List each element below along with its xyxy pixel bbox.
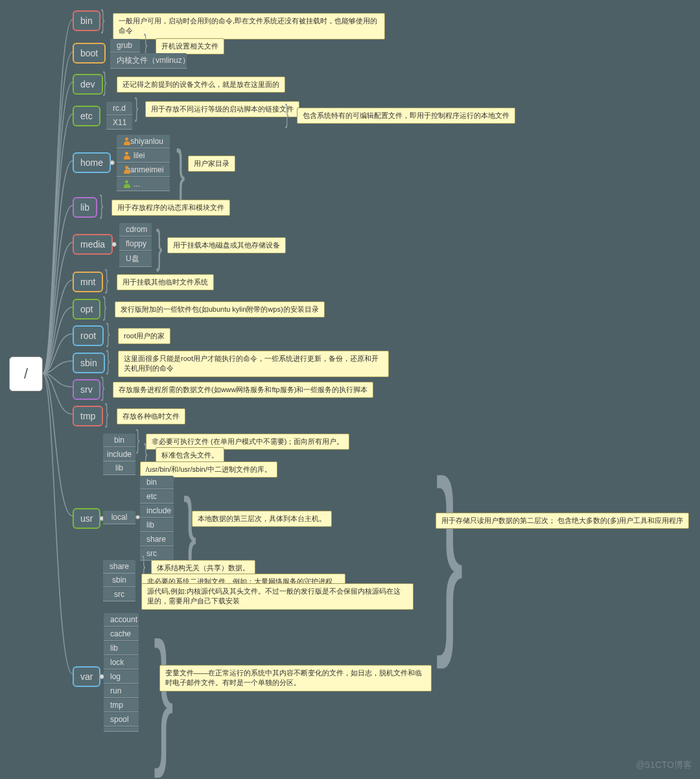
desc-usr-src: 源代码,例如:内核源代码及其头文件。不过一般的发行版是不会保留内核源码在这里的，… (141, 583, 414, 610)
desc-usr-local: 本地数据的第三层次，具体到本台主机。 (192, 511, 332, 527)
var-run[interactable]: run (104, 684, 139, 698)
desc-etc-rcd: 用于存放不同运行等级的启动脚本的链接文件 (145, 101, 299, 117)
var-spool[interactable]: spool (104, 713, 139, 727)
usr-local-share[interactable]: share (140, 533, 174, 546)
boot-grub[interactable]: grub (110, 39, 140, 52)
desc-dev: 还记得之前提到的设备文件么，就是放在这里面的 (117, 76, 285, 93)
user-name: ... (134, 180, 140, 189)
home-user-2[interactable]: hanmeimei (117, 163, 170, 177)
usr-local-etc[interactable]: etc (140, 490, 174, 504)
root-slash[interactable]: / (9, 356, 43, 391)
node-bin[interactable]: bin (73, 10, 100, 31)
desc-opt: 发行版附加的一些软件包(如ubuntu kylin附带的wps)的安装目录 (115, 301, 325, 318)
user-name: shiyanlou (130, 137, 163, 146)
boot-vmlinuz[interactable]: 内核文件（vmlinuz） (110, 53, 187, 69)
usr-lib[interactable]: lib (103, 461, 135, 475)
desc-boot-grub: 开机设置相关文件 (156, 38, 224, 54)
usr-local[interactable]: local (103, 511, 135, 524)
node-sbin[interactable]: sbin (73, 353, 105, 373)
var-account[interactable]: account (104, 613, 139, 627)
desc-mnt: 用于挂载其他临时文件系统 (117, 274, 214, 290)
var-log[interactable]: log (104, 670, 139, 684)
etc-x11[interactable]: X11 (106, 116, 132, 130)
home-user-3[interactable]: ... (117, 178, 170, 191)
var-lib[interactable]: lib (104, 642, 139, 655)
desc-home: 用户家目录 (188, 156, 235, 172)
desc-root: root用户的家 (118, 328, 170, 344)
desc-bin: 一般用户可用，启动时会用到的命令,即在文件系统还没有被挂载时，也能够使用的命令 (113, 13, 385, 40)
usr-src[interactable]: src (103, 588, 135, 601)
var-lock[interactable]: lock (104, 656, 139, 669)
desc-tmp: 存放各种临时文件 (117, 408, 185, 424)
node-var[interactable]: var (73, 666, 100, 687)
var-cache[interactable]: cache (104, 627, 139, 641)
var-mail[interactable] (104, 727, 139, 732)
home-user-0[interactable]: shiyanlou (117, 135, 170, 148)
node-mnt[interactable]: mnt (73, 272, 103, 292)
user-icon (123, 137, 128, 145)
usr-sbin[interactable]: sbin (103, 574, 135, 587)
desc-media: 用于挂载本地磁盘或其他存储设备 (167, 237, 286, 253)
desc-etc: 包含系统特有的可编辑配置文件，即用于控制程序运行的本地文件 (297, 108, 515, 124)
user-name: lilei (134, 151, 145, 160)
desc-usr: 用于存储只读用户数据的第二层次； 包含绝大多数的(多)用户工具和应用程序 (436, 513, 689, 529)
usr-include[interactable]: include (103, 448, 135, 461)
node-tmp[interactable]: tmp (73, 406, 103, 426)
desc-var: 变量文件——在正常运行的系统中其内容不断变化的文件，如日志，脱机文件和临时电子邮… (159, 665, 432, 692)
node-dev[interactable]: dev (73, 74, 103, 95)
etc-rcd[interactable]: rc.d (106, 102, 132, 115)
desc-lib: 用于存放程序的动态库和模块文件 (111, 200, 230, 216)
desc-srv: 存放服务进程所需的数据文件(如www网络服务和ftp服务)和一些服务的执行脚本 (113, 382, 373, 398)
watermark: @51CTO博客 (636, 760, 692, 771)
user-icon (123, 152, 131, 159)
node-opt[interactable]: opt (73, 299, 100, 320)
desc-sbin: 这里面很多只能是root用户才能执行的命令，一些系统进行更新，备份，还原和开关机… (118, 351, 389, 377)
media-floppy[interactable]: floppy (119, 237, 152, 251)
node-home[interactable]: home (73, 152, 111, 173)
node-lib[interactable]: lib (73, 197, 97, 218)
usr-share[interactable]: share (103, 560, 135, 574)
usr-bin[interactable]: bin (103, 434, 135, 447)
usr-local-lib[interactable]: lib (140, 518, 174, 532)
media-upan[interactable]: U盘 (119, 251, 152, 267)
usr-local-include[interactable]: include (140, 504, 174, 518)
node-media[interactable]: media (73, 234, 113, 255)
var-tmp[interactable]: tmp (104, 699, 139, 712)
media-cdrom[interactable]: cdrom (119, 223, 152, 237)
node-boot[interactable]: boot (73, 43, 106, 64)
home-user-1[interactable]: lilei (117, 149, 170, 163)
usr-local-bin[interactable]: bin (140, 476, 174, 489)
user-icon (123, 180, 131, 188)
user-name: hanmeimei (126, 165, 164, 174)
node-root[interactable]: root (73, 325, 104, 346)
node-usr[interactable]: usr (73, 508, 100, 529)
node-etc[interactable]: etc (73, 106, 100, 126)
node-srv[interactable]: srv (73, 379, 100, 400)
